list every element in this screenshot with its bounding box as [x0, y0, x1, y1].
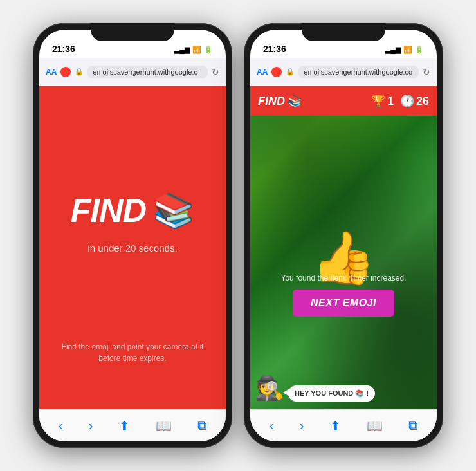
url-bar-left[interactable]: AA 🔒 emojiscavengerhunt.withgoogle.c ↻	[39, 58, 226, 86]
left-app-screen: FIND 📚 in under 20 seconds. Я блык Find …	[39, 86, 226, 409]
left-phone-screen: 21:36 ▂▄▆ 📶 🔋 AA 🔒 emojiscavengerhunt.wi…	[39, 30, 226, 441]
status-time-left: 21:36	[52, 44, 75, 54]
detective-area: 🕵️ HEY YOU FOUND 📚 !	[255, 374, 375, 402]
clock-icon: 🕐	[400, 94, 414, 108]
url-bar-right[interactable]: AA 🔒 emojiscavengerhunt.withgoogle.co ↻	[250, 58, 437, 86]
speech-text: HEY YOU FOUND 📚 !	[295, 389, 369, 397]
bottom-bar-right: ‹ › ⬆ 📖 ⧉	[250, 409, 437, 441]
refresh-icon-right[interactable]: ↻	[423, 67, 430, 77]
detective-emoji: 🕵️	[255, 374, 284, 402]
notch-right	[302, 23, 385, 41]
status-time-right: 21:36	[263, 44, 286, 54]
bookmarks-button-right[interactable]: 📖	[367, 418, 383, 434]
notch-left	[91, 23, 174, 41]
bookmarks-button-left[interactable]: 📖	[156, 418, 172, 434]
books-emoji-left: 📚	[152, 194, 194, 227]
lock-icon-left: 🔒	[75, 68, 84, 76]
books-emoji-right: 📚	[288, 94, 302, 108]
share-button-right[interactable]: ⬆	[330, 418, 341, 434]
back-button-right[interactable]: ‹	[270, 418, 274, 433]
wifi-icon-right: 📶	[403, 46, 412, 54]
find-label-right: FIND	[258, 95, 285, 108]
refresh-icon-left[interactable]: ↻	[212, 67, 219, 77]
url-address-left[interactable]: emojiscavengerhunt.withgoogle.c	[87, 66, 208, 78]
clock-stat: 🕐 26	[400, 94, 429, 108]
bottom-bar-left: ‹ › ⬆ 📖 ⧉	[39, 409, 226, 441]
reader-mode-left[interactable]: AA	[46, 68, 57, 77]
trophy-count: 1	[387, 95, 394, 108]
battery-icon-left: 🔋	[204, 46, 213, 54]
left-phone: 21:36 ▂▄▆ 📶 🔋 AA 🔒 emojiscavengerhunt.wi…	[33, 23, 232, 448]
trophy-stat: 🏆 1	[371, 94, 394, 108]
share-button-left[interactable]: ⬆	[119, 418, 130, 434]
trophy-icon: 🏆	[371, 94, 385, 108]
right-phone: 21:36 ▂▄▆ 📶 🔋 AA 🔒 emojiscavengerhunt.wi…	[244, 23, 443, 448]
record-button-left	[60, 67, 71, 77]
status-icons-right: ▂▄▆ 📶 🔋	[385, 46, 424, 54]
tabs-button-right[interactable]: ⧉	[408, 418, 417, 433]
status-icons-left: ▂▄▆ 📶 🔋	[174, 46, 213, 54]
back-button-left[interactable]: ‹	[59, 418, 63, 433]
game-stats: 🏆 1 🕐 26	[371, 94, 429, 108]
under-text-left: in under 20 seconds.	[87, 243, 177, 254]
speech-bubble: HEY YOU FOUND 📚 !	[288, 385, 375, 402]
success-text: You found the item. Timer increased.	[250, 273, 437, 282]
next-emoji-button[interactable]: NEXT EMOJI	[293, 290, 394, 317]
lock-icon-right: 🔒	[286, 68, 295, 76]
instruction-left: Find the emoji and point your camera at …	[39, 341, 226, 364]
find-header-left: FIND 📚	[71, 191, 194, 230]
record-button-right	[271, 67, 282, 77]
signal-icon-left: ▂▄▆	[174, 46, 190, 54]
reader-mode-right[interactable]: AA	[257, 68, 268, 77]
tabs-button-left[interactable]: ⧉	[197, 418, 206, 433]
clock-count: 26	[416, 95, 429, 108]
game-top-bar: FIND 📚 🏆 1 🕐 26	[250, 86, 437, 116]
url-address-right[interactable]: emojiscavengerhunt.withgoogle.co	[298, 66, 419, 78]
signal-icon-right: ▂▄▆	[385, 46, 401, 54]
battery-icon-right: 🔋	[415, 46, 424, 54]
forward-button-left[interactable]: ›	[89, 418, 93, 433]
find-label-left: FIND	[71, 191, 146, 230]
right-app-screen: FIND 📚 🏆 1 🕐 26 👍 You found the item. Ti…	[250, 86, 437, 409]
wifi-icon-left: 📶	[192, 46, 201, 54]
forward-button-right[interactable]: ›	[300, 418, 304, 433]
right-phone-screen: 21:36 ▂▄▆ 📶 🔋 AA 🔒 emojiscavengerhunt.wi…	[250, 30, 437, 441]
